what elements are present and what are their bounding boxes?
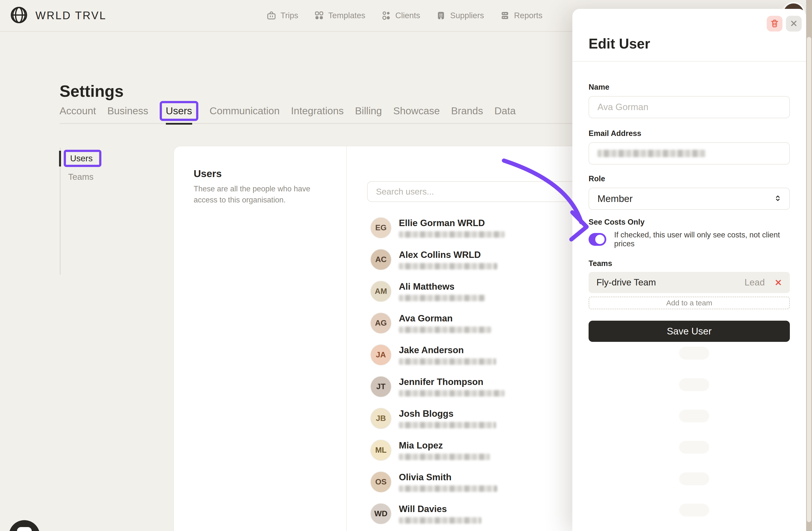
nav-label: Clients (395, 11, 420, 20)
close-icon (789, 19, 798, 29)
user-email-redacted (399, 358, 496, 365)
brand[interactable]: WRLD TRVL (9, 5, 106, 26)
role-value: Member (597, 193, 633, 204)
avatar: OS (370, 471, 391, 492)
close-drawer-button[interactable] (786, 16, 802, 31)
building-icon (436, 10, 446, 21)
tab-billing[interactable]: Billing (355, 105, 382, 117)
user-email-redacted (399, 390, 505, 396)
avatar: ML (370, 439, 391, 461)
tab-users[interactable]: Users (166, 105, 192, 116)
users-section-description: These are all the people who have access… (194, 183, 312, 206)
user-email-redacted (399, 326, 491, 333)
remove-team-icon[interactable] (774, 278, 782, 287)
skeleton-pill (679, 409, 709, 422)
grid-icon (314, 10, 324, 21)
avatar: JB (370, 408, 391, 429)
edit-user-form: Name Email Address Role Member See Costs… (572, 83, 806, 342)
search-input[interactable] (367, 181, 584, 202)
user-name: Jake Anderson (399, 345, 496, 355)
skeleton-pill (679, 441, 709, 454)
tab-business[interactable]: Business (107, 105, 148, 117)
user-email-redacted (399, 517, 481, 523)
email-field[interactable] (589, 142, 790, 165)
user-name: Will Davies (399, 504, 481, 514)
delete-user-button[interactable] (767, 16, 782, 31)
avatar: EG (370, 217, 391, 238)
avatar: AM (370, 281, 391, 302)
settings-tabs: Account Business Users Communication Int… (60, 99, 516, 123)
brand-name: WRLD TRVL (35, 9, 106, 22)
skeleton-pill (679, 504, 709, 516)
nav-item-clients[interactable]: Clients (381, 10, 420, 21)
user-name: Ellie Gorman WRLD (399, 218, 505, 228)
card-divider (346, 146, 347, 531)
edit-user-drawer: Edit User Name (572, 9, 806, 531)
nav-label: Templates (328, 11, 365, 20)
users-section-title: Users (194, 168, 222, 180)
annotation-box-users-tab: Users (160, 101, 198, 121)
tab-account[interactable]: Account (60, 105, 96, 117)
team-row: Fly-drive Team Lead (589, 272, 790, 293)
tab-data[interactable]: Data (494, 105, 516, 117)
nav-item-trips[interactable]: Trips (266, 10, 298, 21)
drawer-title: Edit User (589, 36, 650, 52)
user-name: Olivia Smith (399, 472, 497, 483)
nav-item-reports[interactable]: Reports (500, 10, 542, 21)
tab-communication[interactable]: Communication (209, 105, 280, 117)
name-field[interactable] (589, 96, 790, 118)
email-value-redacted (597, 150, 706, 157)
team-role-badge: Lead (744, 277, 765, 288)
user-name: Alex Collins WRLD (399, 250, 497, 260)
avatar: WD (370, 503, 391, 525)
globe-icon (9, 5, 29, 26)
avatar: AC (370, 249, 391, 270)
skeleton-pill (679, 378, 709, 391)
sidebar-item-teams[interactable]: Teams (68, 172, 93, 182)
page-scrollbar[interactable] (806, 0, 812, 531)
active-tab-underline (166, 123, 192, 125)
chat-widget-button[interactable] (9, 520, 40, 531)
tab-showcase[interactable]: Showcase (393, 105, 440, 117)
subnav-active-indicator (59, 151, 61, 167)
chat-bubble-icon (17, 527, 32, 531)
save-user-button[interactable]: Save User (589, 321, 790, 342)
add-to-team-button[interactable]: Add to a team (589, 296, 790, 309)
user-name: Mia Lopez (399, 441, 490, 451)
chevron-up-down-icon (773, 194, 782, 204)
user-email-redacted (399, 454, 490, 460)
see-costs-only-toggle[interactable] (589, 233, 606, 246)
avatar: JT (370, 376, 391, 397)
tab-integrations[interactable]: Integrations (291, 105, 344, 117)
user-email-redacted (399, 295, 485, 301)
trash-icon (770, 18, 780, 29)
name-label: Name (589, 83, 790, 92)
app-screen: WRLD TRVL Trips (0, 0, 812, 531)
skeleton-pill (679, 347, 709, 360)
avatar: AG (370, 312, 391, 334)
subnav-divider (60, 148, 60, 275)
annotation-box-users-subnav: Users (64, 150, 101, 167)
role-select[interactable]: Member (589, 188, 790, 210)
drawer-header: Edit User (572, 9, 806, 61)
toggle-knob (595, 235, 605, 244)
user-email-redacted (399, 263, 497, 269)
team-name: Fly-drive Team (596, 277, 744, 288)
page-title: Settings (60, 82, 124, 100)
skeleton-pill (679, 472, 709, 485)
see-costs-only-label: See Costs Only (589, 218, 790, 227)
sidebar-item-users[interactable]: Users (70, 153, 92, 163)
briefcase-icon (266, 10, 277, 21)
role-label: Role (589, 174, 790, 183)
user-email-redacted (399, 422, 496, 428)
nav-label: Trips (280, 11, 298, 20)
nav-item-suppliers[interactable]: Suppliers (436, 10, 484, 21)
user-name: Josh Bloggs (399, 409, 496, 419)
scrollbar-thumb[interactable] (807, 37, 811, 522)
see-costs-only-row: If checked, this user will only see cost… (589, 230, 790, 248)
email-label: Email Address (589, 129, 790, 138)
nav-item-templates[interactable]: Templates (314, 10, 365, 21)
user-name: Ava Gorman (399, 313, 491, 324)
tab-brands[interactable]: Brands (451, 105, 483, 117)
user-name: Jennifer Thompson (399, 377, 505, 387)
